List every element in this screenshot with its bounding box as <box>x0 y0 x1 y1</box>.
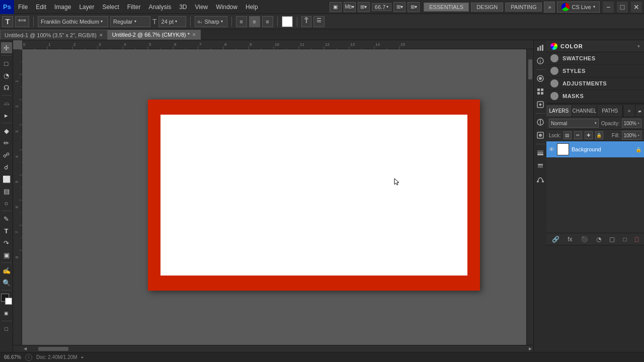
tool-type[interactable]: T <box>1 225 12 236</box>
lock-transparent-btn[interactable]: ▤ <box>564 131 572 139</box>
tool-pen[interactable]: ✎ <box>1 213 12 224</box>
scrollbar-vertical[interactable] <box>526 49 533 345</box>
lock-image-btn[interactable]: ✏ <box>574 131 582 139</box>
styles-panel-header[interactable]: STYLES <box>546 65 644 77</box>
panel-icon-color[interactable] <box>535 73 546 84</box>
text-color-swatch[interactable] <box>282 16 293 27</box>
win-close[interactable]: ✕ <box>631 2 642 13</box>
masks-panel-header[interactable]: MASKS <box>546 90 644 103</box>
fill-input[interactable]: 100% ▸ <box>622 131 641 140</box>
tool-dodge[interactable]: ○ <box>1 198 12 209</box>
tool-lasso[interactable]: ◔ <box>1 70 12 81</box>
type-tool-icon[interactable]: T <box>2 16 13 27</box>
tool-shape[interactable]: ▣ <box>1 249 12 260</box>
tab-2[interactable]: Untitled-2 @ 66.7% (CMYK/8) * ✕ <box>108 30 201 40</box>
blend-mode-dropdown[interactable]: Normal ▾ <box>549 119 599 128</box>
menubar-tool-4[interactable]: ⊞▾ <box>393 2 406 12</box>
link-layers-btn[interactable]: 🔗 <box>552 236 559 243</box>
layers-panel-menu[interactable]: ▰ <box>635 105 644 117</box>
tool-magic-wand[interactable]: ☊ <box>1 82 12 93</box>
scroll-thumb-h[interactable] <box>38 347 68 351</box>
layer-style-btn[interactable]: fx <box>568 236 572 243</box>
menu-view[interactable]: View <box>191 0 212 14</box>
layer-mask-btn[interactable]: ⚫ <box>581 236 588 243</box>
align-right-btn[interactable]: ≡ <box>262 16 273 27</box>
menubar-tool-1[interactable]: ▣ <box>330 2 342 12</box>
panel-icon-swatches[interactable] <box>535 86 546 97</box>
cs-live-btn[interactable]: CS Live ▾ <box>557 2 600 13</box>
menu-file[interactable]: File <box>14 0 32 14</box>
canvas-area[interactable]: 0 1 2 3 4 5 6 7 8 9 10 <box>13 40 533 352</box>
status-arrow[interactable]: ▸ <box>82 355 84 359</box>
layers-panel-expand[interactable]: » <box>623 105 635 117</box>
align-left-btn[interactable]: ≡ <box>236 16 247 27</box>
quick-mask-btn[interactable]: ▣ <box>1 308 12 319</box>
menu-analysis[interactable]: Analysis <box>144 0 175 14</box>
menu-layer[interactable]: Layer <box>75 0 98 14</box>
status-info-btn[interactable]: i <box>25 354 32 361</box>
lock-position-btn[interactable]: ✚ <box>585 131 593 139</box>
menu-help[interactable]: Help <box>242 0 262 14</box>
panel-icon-paths[interactable] <box>535 173 546 185</box>
tool-spot-heal[interactable]: ◆ <box>1 125 12 136</box>
tool-history-brush[interactable]: ☌ <box>1 161 12 172</box>
panel-icon-bar-chart[interactable] <box>535 42 546 53</box>
lock-all-btn[interactable]: 🔒 <box>595 131 603 139</box>
background-swatch[interactable] <box>5 298 12 305</box>
new-group-btn[interactable]: ▢ <box>609 236 615 243</box>
menu-3d[interactable]: 3D <box>175 0 191 14</box>
menu-edit[interactable]: Edit <box>32 0 50 14</box>
delete-layer-btn[interactable]: ⎕ <box>635 236 638 243</box>
opt-text-align[interactable]: ⟺ <box>15 16 29 27</box>
adjustments-panel-header[interactable]: ADJUSTMENTS <box>546 77 644 90</box>
menubar-tool-2[interactable]: Mb▾ <box>344 2 356 12</box>
font-size-dropdown[interactable]: 24 pt ▾ <box>158 16 186 27</box>
document-inner[interactable] <box>160 115 467 276</box>
mode-painting[interactable]: PAINTING <box>505 3 542 12</box>
warp-text-btn[interactable]: T̃ <box>301 16 311 27</box>
tab-1-close[interactable]: ✕ <box>99 33 103 38</box>
tool-hand[interactable]: ✍ <box>1 265 12 276</box>
menu-window[interactable]: Window <box>212 0 242 14</box>
document[interactable] <box>148 100 480 291</box>
panel-icon-channels[interactable] <box>535 160 546 171</box>
win-restore[interactable]: □ <box>617 2 628 13</box>
swatches-panel-header[interactable]: SWATCHES <box>546 52 644 65</box>
menu-select[interactable]: Select <box>98 0 123 14</box>
tool-eraser[interactable]: ⬜ <box>1 173 12 185</box>
tool-path-select[interactable]: ↷ <box>1 237 12 248</box>
tab-channel[interactable]: CHANNEL <box>572 105 598 117</box>
layer-row-background[interactable]: 👁 Background 🔒 <box>546 141 644 157</box>
menu-image[interactable]: Image <box>50 0 75 14</box>
tool-zoom[interactable]: 🔍 <box>1 277 12 288</box>
more-modes-btn[interactable]: » <box>544 2 555 13</box>
layer-visibility-eye[interactable]: 👁 <box>549 146 554 152</box>
tool-crop[interactable]: ⌓ <box>1 98 12 109</box>
tool-eyedropper[interactable]: ▸ <box>1 110 12 121</box>
tab-paths[interactable]: PATHS <box>597 105 623 117</box>
color-expand[interactable]: ▾ <box>637 44 640 49</box>
panel-icon-masks[interactable] <box>535 130 546 141</box>
panel-icon-adjustments[interactable] <box>535 117 546 128</box>
opacity-input[interactable]: 100% ▸ <box>622 119 641 128</box>
align-center-btn[interactable]: ≡ <box>249 16 260 27</box>
canvas-content[interactable] <box>22 49 533 345</box>
tool-move[interactable]: ✢ <box>1 42 12 53</box>
tab-layers[interactable]: LAYERS <box>546 105 572 117</box>
menubar-tool-3[interactable]: ⊞▾ <box>358 2 370 12</box>
font-name-dropdown[interactable]: Franklin Gothic Medium ▾ <box>38 16 108 27</box>
text-panel-btn[interactable]: ☰ <box>313 16 325 27</box>
win-minimize[interactable]: − <box>603 2 614 13</box>
tab-2-close[interactable]: ✕ <box>192 32 196 37</box>
menu-filter[interactable]: Filter <box>123 0 145 14</box>
tool-gradient[interactable]: ▤ <box>1 186 12 197</box>
panel-icon-info[interactable]: i <box>535 55 546 66</box>
anti-alias-dropdown[interactable]: aₐ Sharp ▾ <box>195 16 227 27</box>
new-layer-btn[interactable]: □ <box>623 236 626 243</box>
tab-1[interactable]: Untitled-1 @ 100% (3.5" x 2", RGB/8) ✕ <box>0 30 108 40</box>
zoom-display[interactable]: 66.7 ▾ <box>372 3 391 11</box>
scroll-right-arrow[interactable]: ▶ <box>527 346 533 351</box>
panel-icon-layers[interactable] <box>535 147 546 158</box>
panel-icon-styles[interactable] <box>535 99 546 110</box>
tool-clone[interactable]: ☍ <box>1 149 12 160</box>
